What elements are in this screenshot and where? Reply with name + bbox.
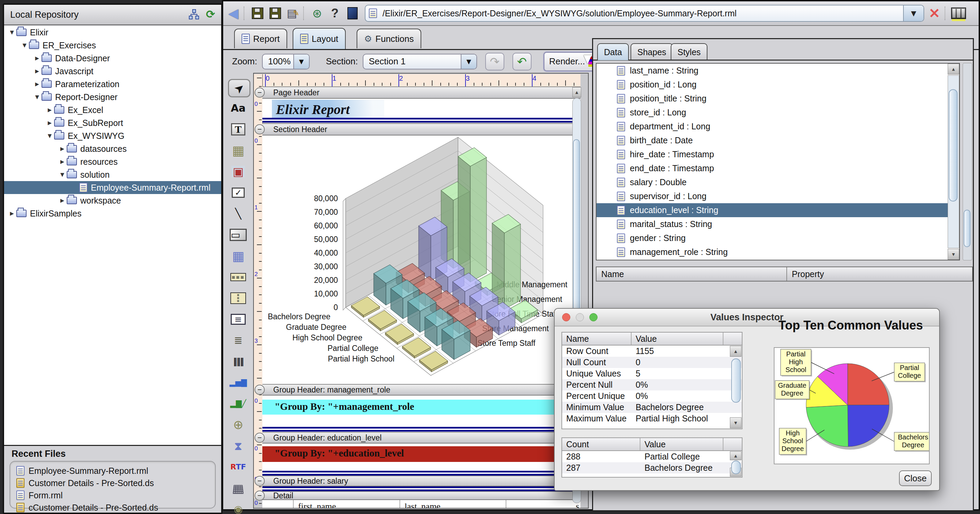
tree-item-ex-wysiwyg[interactable]: ▼Ex_WYSIWYG (4, 129, 221, 142)
band-group-header-management-role[interactable]: − Group Header: management_role (262, 384, 581, 396)
field-item-position_id[interactable]: position_id : Long (597, 78, 959, 92)
table-row[interactable]: Maximum ValuePartial High School (562, 413, 742, 424)
columns-layout-icon[interactable] (951, 6, 966, 21)
zoom-select[interactable]: 100%▼ (262, 54, 310, 70)
counts-scrollbar-thumb[interactable] (731, 461, 741, 474)
back-icon[interactable]: ◀ (226, 6, 241, 21)
collapsed-icon[interactable]: ▶ (58, 198, 67, 203)
edit-properties-icon[interactable]: ▤✎ (285, 6, 301, 21)
document-path-combo[interactable]: /Elixir/ER_Exercises/Report-Designer/Ex_… (365, 5, 924, 22)
checkbox-tool-icon[interactable]: ✓ (228, 185, 248, 201)
grid-tool-icon[interactable]: ▦ (228, 142, 248, 159)
group-by-management-role-field[interactable]: "Group By: "+management_role (262, 399, 589, 416)
field-item-gender[interactable]: gender : String (597, 231, 959, 245)
collapsed-icon[interactable]: ▶ (33, 56, 41, 61)
tree-item-parameterization[interactable]: ▶Parameterization (4, 78, 221, 91)
section-header-content[interactable]: 010,00020,00030,00040,00050,00060,00070,… (262, 135, 581, 384)
table-row[interactable]: Percent Null0% (562, 379, 742, 390)
scroll-down-icon[interactable]: ▼ (948, 249, 959, 260)
field-item-marital_status[interactable]: marital_status : String (597, 217, 959, 231)
tree-item-datasources[interactable]: ▶datasources (4, 142, 221, 155)
select-tool-icon[interactable]: ➤ (228, 79, 250, 97)
collapse-band-icon[interactable]: − (255, 88, 265, 98)
barcode-tool-icon[interactable]: ‖‖‖ (228, 353, 248, 370)
detail-field-last-name[interactable]: last_name (404, 501, 440, 509)
swirl-tool-icon[interactable]: ◉ (228, 501, 248, 514)
tree-item-workspace[interactable]: ▶workspace (4, 194, 221, 207)
table-row[interactable]: Minimum ValueBachelors Degree (562, 402, 742, 413)
collapse-band-icon[interactable]: − (255, 385, 265, 395)
stats-scrollbar-thumb[interactable] (731, 358, 741, 403)
scroll-down-icon[interactable]: ▼ (730, 417, 741, 428)
panel-scrollbar[interactable] (963, 63, 972, 260)
field-list-scrollbar[interactable] (948, 75, 959, 248)
table-row[interactable]: Row Count1155 (562, 345, 742, 357)
collapsed-icon[interactable]: ▶ (45, 108, 54, 113)
band-page-header[interactable]: − Page Header (262, 86, 581, 99)
tree-item-elixirsamples[interactable]: ▶ElixirSamples (4, 207, 221, 220)
tab-data[interactable]: Data (597, 43, 629, 60)
field-item-management_role[interactable]: management_role : String (597, 245, 959, 259)
recent-file-item[interactable]: Customer Details - Pre-Sorted.ds (16, 477, 215, 489)
table-row[interactable]: Percent Unique0% (562, 390, 742, 402)
preview-icon[interactable] (345, 6, 360, 21)
expanded-icon[interactable]: ▼ (20, 43, 29, 48)
collapsed-icon[interactable]: ▶ (58, 159, 67, 164)
field-item-supervisor_id[interactable]: supervisor_id : Long (597, 189, 959, 203)
label-tool-icon[interactable]: Aa (228, 100, 248, 116)
save-all-icon[interactable] (268, 6, 283, 21)
collapse-band-icon[interactable]: − (255, 433, 265, 443)
horizontal-layout-tool-icon[interactable]: ▪▪▪ (228, 269, 248, 285)
table-row[interactable]: 288Partial College (562, 451, 742, 462)
line-tool-icon[interactable]: ╲ (228, 205, 248, 222)
field-item-birth_date[interactable]: birth_date : Date (597, 134, 959, 147)
collapsed-icon[interactable]: ▶ (8, 211, 16, 216)
counts-col-count[interactable]: Count (562, 438, 640, 450)
map-tool-icon[interactable]: ⊕ (228, 417, 248, 433)
tree-item-resources[interactable]: ▶resources (4, 155, 221, 168)
section-select[interactable]: Section 1▼ (363, 54, 477, 70)
scroll-up-icon[interactable]: ▲ (730, 346, 741, 357)
hourglass-tool-icon[interactable]: ⧗ (228, 438, 248, 454)
expanded-icon[interactable]: ▼ (8, 30, 16, 35)
band-group-header-salary[interactable]: − Group Header: salary (262, 476, 581, 487)
scroll-up-icon[interactable]: ▲ (948, 64, 959, 75)
collapse-band-icon[interactable]: − (255, 476, 265, 486)
collapsed-icon[interactable]: ▶ (58, 146, 67, 151)
tree-item-elixir[interactable]: ▼Elixir (4, 26, 221, 39)
tab-functions[interactable]: ⚙ Functions (356, 29, 421, 48)
tab-styles[interactable]: Styles (671, 43, 708, 60)
rtf-tool-icon[interactable]: RTF (228, 459, 248, 475)
close-document-icon[interactable]: ✕ (927, 6, 942, 21)
rectangle-tool-icon[interactable]: ▭ (228, 227, 248, 243)
field-item-last_name[interactable]: last_name : String (597, 64, 959, 78)
recent-file-item[interactable]: Form.rml (16, 490, 215, 501)
undo-icon[interactable]: ↶ (512, 53, 531, 70)
field-item-end_date[interactable]: end_date : Timestamp (597, 161, 959, 175)
field-item-department_id[interactable]: department_id : Long (597, 119, 959, 134)
tree-item-er-exercises[interactable]: ▼ER_Exercises (4, 39, 221, 52)
expanded-icon[interactable]: ▼ (58, 172, 67, 177)
salary-3d-bar-chart[interactable]: 010,00020,00030,00040,00050,00060,00070,… (262, 135, 581, 384)
tab-shapes[interactable]: Shapes (630, 43, 673, 60)
counts-col-value[interactable]: Value (640, 438, 724, 450)
group-by-education-level-field[interactable]: "Group By: "+education_level (262, 446, 589, 463)
close-button[interactable]: Close (899, 470, 932, 486)
form-tool-icon[interactable]: ≡ (228, 311, 248, 328)
expanded-icon[interactable]: ▼ (45, 134, 54, 138)
property-col-property[interactable]: Property (787, 267, 972, 281)
collapse-band-icon[interactable]: − (255, 490, 265, 501)
table-row[interactable]: 287Bachelors Degree (562, 462, 742, 474)
field-item-position_title[interactable]: position_title : String (597, 92, 959, 105)
refresh-repository-icon[interactable]: ⟳ (206, 9, 215, 21)
help-icon[interactable]: ? (327, 6, 342, 21)
collapsed-icon[interactable]: ▶ (45, 121, 54, 126)
web-export-icon[interactable]: ⊛ (310, 6, 325, 21)
detail-row[interactable]: first_name last_name s (262, 500, 581, 509)
bar-chart-tool-icon[interactable]: ▂▅▇ (228, 374, 248, 391)
collapsed-icon[interactable]: ▶ (33, 82, 41, 87)
stats-col-value[interactable]: Value (632, 333, 724, 345)
tree-item-report-designer[interactable]: ▼Report-Designer (4, 91, 221, 103)
stats-col-name[interactable]: Name (562, 333, 632, 345)
tree-item-ex-excel[interactable]: ▶Ex_Excel (4, 103, 221, 116)
